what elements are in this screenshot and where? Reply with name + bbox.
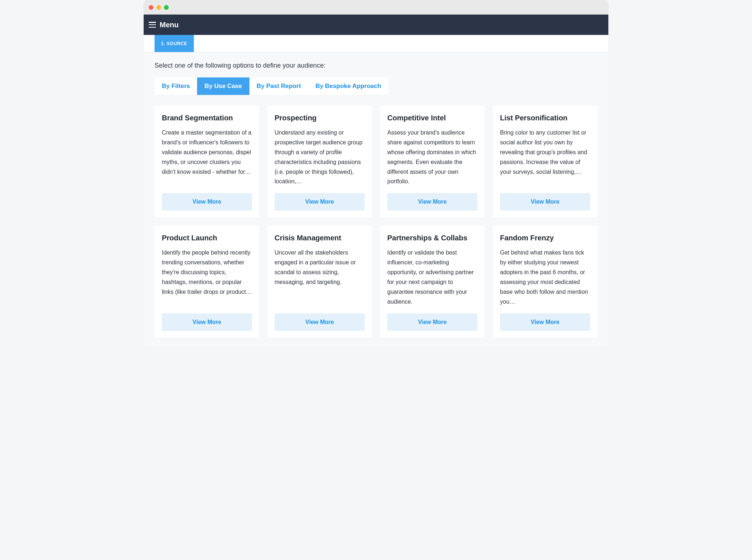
filter-tab-label: By Past Report (257, 83, 301, 89)
card-title: Partnerships & Collabs (387, 234, 477, 242)
view-more-label: View More (531, 319, 560, 325)
card-description: Create a master segmentation of a brand'… (162, 128, 252, 187)
card-partnerships-collabs: Partnerships & Collabs Identify or valid… (380, 226, 485, 338)
view-more-button[interactable]: View More (162, 193, 252, 211)
card-description: Understand any existing or prospective t… (275, 128, 365, 187)
prompt-text: Select one of the following options to d… (155, 62, 597, 69)
card-description: Bring color to any customer list or soci… (500, 128, 590, 187)
view-more-button[interactable]: View More (387, 193, 477, 211)
card-description: Identify the people behind recently tren… (162, 248, 252, 307)
card-description: Identify or validate the best influencer… (387, 248, 477, 307)
maximize-icon[interactable] (164, 5, 169, 10)
card-title: Competitive Intel (387, 114, 477, 122)
top-nav: Menu (144, 15, 608, 35)
hamburger-icon (149, 22, 156, 28)
view-more-label: View More (418, 199, 447, 205)
view-more-label: View More (418, 319, 447, 325)
card-title: Prospecting (275, 114, 365, 122)
card-grid: Brand Segmentation Create a master segme… (155, 106, 597, 338)
card-list-personification: List Personification Bring color to any … (493, 106, 597, 218)
card-description: Assess your brand's audience share again… (387, 128, 477, 187)
view-more-label: View More (193, 319, 221, 325)
card-description: Uncover all the stakeholders engaged in … (275, 248, 365, 307)
card-title: Fandom Frenzy (500, 234, 590, 242)
filter-tab-use-case[interactable]: By Use Case (197, 77, 249, 95)
view-more-label: View More (305, 319, 334, 325)
view-more-button[interactable]: View More (275, 193, 365, 211)
card-competitive-intel: Competitive Intel Assess your brand's au… (380, 106, 485, 218)
close-icon[interactable] (149, 5, 153, 10)
view-more-label: View More (305, 199, 334, 205)
view-more-button[interactable]: View More (387, 313, 477, 331)
card-title: Crisis Management (275, 234, 365, 242)
card-product-launch: Product Launch Identify the people behin… (155, 226, 259, 338)
menu-button[interactable]: Menu (149, 21, 179, 29)
filter-tab-label: By Use Case (204, 83, 242, 89)
card-fandom-frenzy: Fandom Frenzy Get behind what makes fans… (493, 226, 597, 338)
card-title: List Personification (500, 114, 590, 122)
minimize-icon[interactable] (156, 5, 161, 10)
view-more-button[interactable]: View More (500, 193, 590, 211)
step-tab-label: 1. SOURCE (161, 41, 187, 46)
filter-tab-past-report[interactable]: By Past Report (249, 77, 308, 95)
view-more-button[interactable]: View More (162, 313, 252, 331)
card-title: Product Launch (162, 234, 252, 242)
card-title: Brand Segmentation (162, 114, 252, 122)
view-more-button[interactable]: View More (500, 313, 590, 331)
filter-tab-bespoke[interactable]: By Bespoke Approach (308, 77, 388, 95)
filter-tabs: By Filters By Use Case By Past Report By… (155, 77, 388, 95)
view-more-label: View More (193, 199, 221, 205)
view-more-button[interactable]: View More (275, 313, 365, 331)
step-tab-source[interactable]: 1. SOURCE (155, 35, 194, 52)
steps-row: 1. SOURCE (144, 35, 608, 52)
card-description: Get behind what makes fans tick by eithe… (500, 248, 590, 307)
card-crisis-management: Crisis Management Uncover all the stakeh… (267, 226, 372, 338)
filter-tab-label: By Bespoke Approach (315, 83, 381, 89)
card-prospecting: Prospecting Understand any existing or p… (267, 106, 372, 218)
content-area: Select one of the following options to d… (144, 52, 608, 346)
filter-tab-label: By Filters (162, 83, 190, 89)
menu-label: Menu (160, 21, 179, 29)
filter-tab-filters[interactable]: By Filters (155, 77, 197, 95)
titlebar (144, 0, 608, 15)
card-brand-segmentation: Brand Segmentation Create a master segme… (155, 106, 259, 218)
app-window: Menu 1. SOURCE Select one of the followi… (144, 0, 608, 346)
view-more-label: View More (531, 199, 560, 205)
